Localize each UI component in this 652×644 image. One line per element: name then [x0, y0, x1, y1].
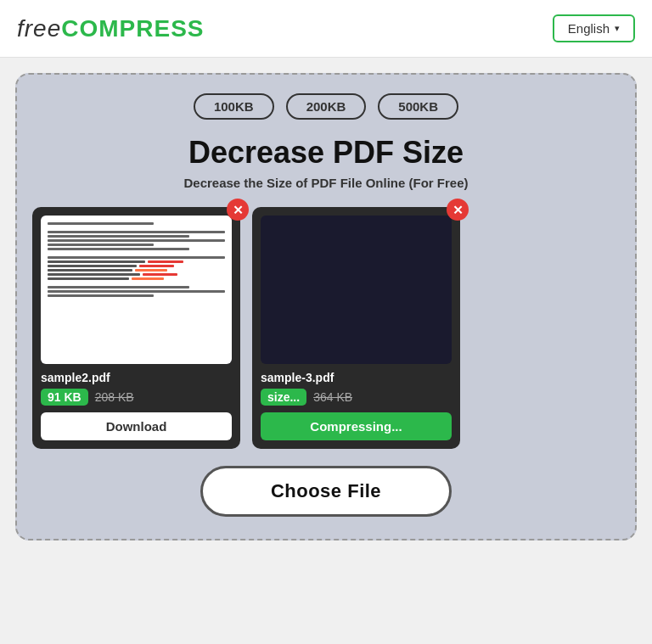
file-card-1: ✕ [32, 207, 240, 449]
language-selector[interactable]: English ▾ [553, 14, 635, 42]
pdf-line [48, 222, 154, 225]
file-remove-button-1[interactable]: ✕ [227, 199, 249, 221]
main-content: 100KB 200KB 500KB Decrease PDF Size Decr… [0, 58, 652, 556]
page-title: Decrease PDF Size [32, 135, 620, 171]
file-size-new-1: 91 KB [41, 389, 88, 406]
file-size-old-1: 208 KB [95, 390, 134, 404]
chevron-down-icon: ▾ [615, 23, 620, 34]
logo-compress-text: COMPRESS [61, 15, 204, 42]
file-card-2: ✕ sample-3.pdf size... 364 KB Compressin… [252, 207, 460, 449]
logo-free-text: free [17, 15, 61, 42]
file-remove-button-2[interactable]: ✕ [447, 199, 469, 221]
file-name-2: sample-3.pdf [261, 371, 452, 384]
pdf-line [48, 244, 154, 246]
file-size-old-2: 364 KB [313, 390, 352, 404]
pdf-thumbnail-1 [41, 216, 232, 364]
language-label: English [568, 21, 610, 36]
file-preview-2 [261, 216, 452, 364]
file-preview-1 [41, 216, 232, 364]
file-sizes-2: size... 364 KB [261, 389, 452, 406]
pdf-line [48, 290, 225, 293]
file-size-new-2: size... [261, 389, 306, 406]
choose-file-button[interactable]: Choose File [200, 466, 452, 517]
pdf-line [48, 231, 225, 233]
file-sizes-1: 91 KB 208 KB [41, 389, 232, 406]
pdf-line [48, 286, 189, 288]
choose-file-wrapper: Choose File [32, 466, 620, 517]
files-row: ✕ [32, 207, 620, 449]
size-100kb-button[interactable]: 100KB [194, 93, 274, 120]
size-buttons-row: 100KB 200KB 500KB [32, 93, 620, 120]
pdf-line [48, 235, 189, 238]
pdf-line [48, 248, 189, 250]
pdf-line [48, 294, 154, 297]
file-name-1: sample2.pdf [41, 371, 232, 384]
compressing-button-2[interactable]: Compressing... [261, 412, 452, 440]
pdf-line [48, 239, 225, 242]
header: freeCOMPRESS English ▾ [0, 0, 652, 58]
page-subtitle: Decrease the Size of PDF File Online (Fo… [32, 176, 620, 190]
upload-area: 100KB 200KB 500KB Decrease PDF Size Decr… [15, 73, 637, 540]
download-button-1[interactable]: Download [41, 412, 232, 440]
size-500kb-button[interactable]: 500KB [378, 93, 458, 120]
dark-thumbnail-2 [261, 216, 452, 364]
size-200kb-button[interactable]: 200KB [286, 93, 367, 120]
logo: freeCOMPRESS [17, 15, 205, 42]
pdf-line [48, 256, 225, 259]
